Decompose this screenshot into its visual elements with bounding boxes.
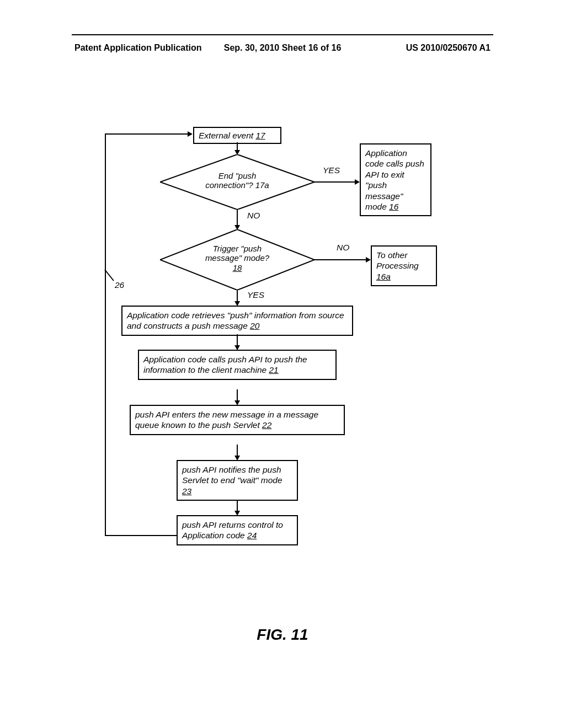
box-other-processing: To other Processing 16a — [371, 245, 437, 286]
box-exit-push-mode: Application code calls push API to exit … — [360, 143, 431, 216]
page-header: Patent Application Publication Sep. 30, … — [0, 43, 565, 53]
box-text: push API notifies the push Servlet to en… — [182, 465, 282, 485]
box-ref: 21 — [269, 365, 278, 374]
box-retrieve-push-info: Application code retrieves "push" inform… — [121, 306, 353, 336]
box-ref: 23 — [182, 486, 191, 496]
diamond-ref: 18 — [233, 263, 242, 272]
box-external-event: External event 17 — [193, 127, 281, 144]
box-text: Application code calls push API to push … — [143, 355, 307, 374]
box-notify-servlet: push API notifies the push Servlet to en… — [177, 460, 298, 501]
box-ref: 16 — [389, 202, 398, 211]
flowchart-canvas: External event 17 End "push connection"?… — [105, 127, 458, 612]
diamond-line: message" mode? — [205, 253, 269, 263]
box-text: push API enters the new message in a mes… — [135, 410, 318, 430]
box-ref: 20 — [250, 321, 259, 330]
connector — [237, 445, 238, 457]
diamond-text: Trigger "push message" mode? 18 — [190, 244, 284, 272]
box-ref: 22 — [262, 420, 271, 430]
connector — [237, 500, 238, 512]
diamond-line: End "push — [218, 171, 257, 180]
arrowhead-right-icon — [355, 179, 360, 185]
box-enter-message-queue: push API enters the new message in a mes… — [130, 405, 345, 435]
diamond-line: connection"? 17a — [205, 180, 269, 190]
connector — [315, 181, 356, 183]
header-publication: Patent Application Publication — [74, 43, 202, 53]
connector — [237, 290, 238, 302]
connector-loop — [105, 535, 177, 536]
header-date-sheet: Sep. 30, 2010 Sheet 16 of 16 — [224, 43, 342, 53]
box-text: To other Processing — [376, 250, 419, 270]
figure-label: FIG. 11 — [0, 626, 565, 644]
diamond-text: End "push connection"? 17a — [193, 171, 281, 190]
box-ref: 24 — [247, 531, 257, 540]
svg-line-2 — [105, 270, 114, 281]
label-no: NO — [247, 211, 260, 221]
arrowhead-right-icon — [188, 131, 193, 137]
label-yes: YES — [323, 165, 340, 175]
box-text: External event — [199, 131, 255, 140]
connector-loop — [105, 133, 189, 135]
box-ref: 16a — [376, 272, 391, 281]
connector — [237, 210, 238, 226]
connector — [237, 389, 238, 402]
diamond-line: Trigger "push — [213, 244, 262, 253]
connector — [315, 259, 367, 260]
arrowhead-right-icon — [366, 257, 371, 263]
box-return-control: push API returns control to Application … — [177, 515, 298, 545]
loop-ref-label: 26 — [115, 280, 124, 290]
box-ref: 17 — [255, 131, 265, 140]
box-call-push-api: Application code calls push API to push … — [138, 350, 337, 380]
header-patent-number: US 2010/0250670 A1 — [406, 43, 491, 53]
connector-loop — [105, 133, 106, 536]
box-text: push API returns control to Application … — [182, 520, 283, 540]
box-text: Application code retrieves "push" inform… — [127, 311, 344, 330]
label-no: NO — [337, 243, 349, 253]
connector — [237, 334, 238, 346]
header-rule — [72, 34, 493, 35]
label-yes: YES — [247, 290, 264, 300]
